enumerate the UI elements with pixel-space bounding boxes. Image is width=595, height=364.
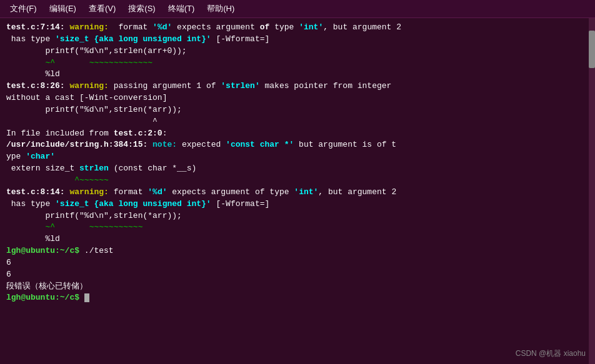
output-line-5: %ld bbox=[6, 69, 589, 81]
output-line-19: %ld bbox=[6, 234, 589, 245]
file-menu[interactable]: 文件(F) bbox=[5, 2, 42, 16]
output-line-15: test.c:8:14: warning: format '%d' expect… bbox=[6, 187, 589, 199]
output-line-12: ype 'char' bbox=[6, 151, 589, 163]
output-line-24: lgh@ubuntu:~/c$ bbox=[6, 292, 589, 304]
scrollbar-thumb[interactable] bbox=[589, 31, 595, 68]
output-line-17: printf("%d\n",strlen(*arr)); bbox=[6, 210, 589, 222]
help-menu[interactable]: 帮助(H) bbox=[202, 2, 239, 16]
output-line-21: 6 bbox=[6, 257, 589, 269]
output-line-22: 6 bbox=[6, 269, 589, 281]
output-line-9: ^ bbox=[6, 116, 589, 128]
output-line-23: 段错误（核心已转储） bbox=[6, 281, 589, 293]
output-line-14: ^~~~~~~ bbox=[6, 175, 589, 187]
scrollbar[interactable] bbox=[589, 18, 595, 364]
output-line-20: lgh@ubuntu:~/c$ ./test bbox=[6, 245, 589, 257]
output-line-8: printf("%d\n",strlen(*arr)); bbox=[6, 104, 589, 116]
view-menu[interactable]: 查看(V) bbox=[84, 2, 121, 16]
menubar: 文件(F) 编辑(E) 查看(V) 搜索(S) 终端(T) 帮助(H) bbox=[0, 0, 595, 18]
terminal-area: test.c:7:14: warning: format '%d' expect… bbox=[0, 18, 595, 364]
output-line-3: printf("%d\n",strlen(arr+0)); bbox=[6, 46, 589, 57]
output-line-10: In file included from test.c:2:0: bbox=[6, 128, 589, 140]
output-line-1: test.c:7:14: warning: format '%d' expect… bbox=[6, 22, 589, 34]
terminal-menu[interactable]: 终端(T) bbox=[163, 2, 200, 16]
edit-menu[interactable]: 编辑(E) bbox=[44, 2, 81, 16]
output-line-11: /usr/include/string.h:384:15: note: expe… bbox=[6, 139, 589, 151]
output-line-16: has type 'size_t {aka long unsigned int}… bbox=[6, 199, 589, 210]
terminal-cursor bbox=[84, 293, 89, 302]
watermark: CSDN @机器 xiaohu bbox=[516, 348, 586, 359]
output-line-4: ~^ ~~~~~~~~~~~~~ bbox=[6, 57, 589, 69]
output-line-18: ~^ ~~~~~~~~~~~ bbox=[6, 222, 589, 234]
output-line-6: test.c:8:26: warning: passing argument 1… bbox=[6, 81, 589, 92]
output-line-13: extern size_t strlen (const char *__s) bbox=[6, 163, 589, 175]
output-line-2: has type 'size_t {aka long unsigned int}… bbox=[6, 34, 589, 46]
output-line-7: without a cast [-Wint-conversion] bbox=[6, 92, 589, 104]
search-menu[interactable]: 搜索(S) bbox=[123, 2, 160, 16]
